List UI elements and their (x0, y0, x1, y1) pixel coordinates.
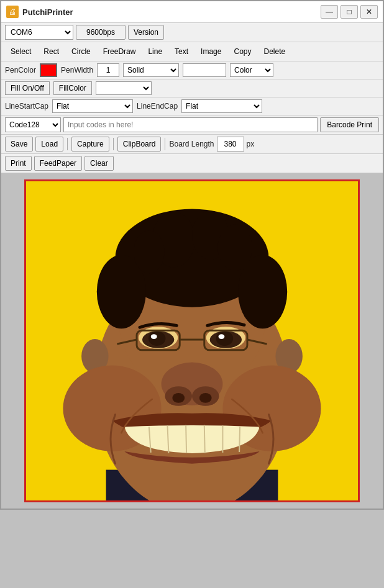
board-length-input[interactable] (217, 137, 244, 152)
barcode-type-select[interactable]: Code128 Code39 QRCode EAN13 (5, 117, 61, 132)
close-button[interactable]: ✕ (360, 5, 378, 19)
line-start-cap-select[interactable]: Flat Round Square Triangle (52, 99, 133, 113)
canvas-frame[interactable] (24, 179, 360, 502)
svg-line-40 (239, 427, 240, 452)
window-title: PutchiPrinter (22, 7, 321, 17)
line-start-cap-label: LineStartCap (5, 102, 48, 111)
main-window: 🖨 PutchiPrinter — □ ✕ COM6 COM1 COM2 960… (0, 0, 384, 510)
print-row: Print FeedPaper Clear (1, 154, 383, 173)
svg-point-17 (149, 331, 166, 346)
window-controls: — □ ✕ (321, 5, 378, 19)
save-button[interactable]: Save (5, 137, 33, 152)
barcode-row: Code128 Code39 QRCode EAN13 Barcode Prin… (1, 115, 383, 135)
fill-color-select[interactable] (96, 81, 152, 95)
line-end-cap-select[interactable]: Flat Round Square Triangle (181, 99, 262, 113)
barcode-print-button[interactable]: Barcode Print (320, 117, 379, 132)
color-preview-box (183, 63, 226, 77)
clear-button[interactable]: Clear (85, 156, 114, 171)
fill-row: Fill On/Off FillColor (1, 79, 383, 97)
color-mode-select[interactable]: Color GrayScale Mono (230, 63, 273, 77)
port-select[interactable]: COM6 COM1 COM2 (5, 25, 73, 40)
rect-menu-btn[interactable]: Rect (38, 43, 65, 60)
barcode-input[interactable] (63, 117, 318, 132)
fill-onoff-button[interactable]: Fill On/Off (5, 81, 50, 95)
line-end-cap-label: LineEndCap (137, 102, 178, 111)
title-bar: 🖨 PutchiPrinter — □ ✕ (1, 1, 383, 23)
line-style-select[interactable]: Solid Dash Dot DashDot (123, 63, 179, 77)
svg-point-32 (199, 393, 212, 403)
menu-row: Select Rect Circle FreeDraw Line Text Im… (1, 42, 383, 61)
svg-point-22 (219, 334, 225, 339)
maximize-button[interactable]: □ (341, 5, 358, 19)
canvas-area[interactable] (1, 173, 383, 509)
print-button[interactable]: Print (5, 156, 32, 171)
line-menu-btn[interactable]: Line (142, 43, 168, 60)
linecap-row: LineStartCap Flat Round Square Triangle … (1, 97, 383, 115)
board-length-label: Board Length (169, 140, 214, 148)
svg-line-38 (204, 425, 205, 453)
app-icon: 🖨 (6, 6, 19, 18)
delete-menu-btn[interactable]: Delete (258, 43, 291, 60)
canvas-content (26, 181, 358, 500)
fill-color-button[interactable]: FillColor (53, 81, 92, 95)
action-row: Save Load Capture ClipBoard Board Length… (1, 135, 383, 154)
load-button[interactable]: Load (35, 137, 63, 152)
svg-point-11 (134, 230, 164, 273)
separator-2 (113, 138, 114, 150)
select-menu-btn[interactable]: Select (5, 43, 37, 60)
clipboard-button[interactable]: ClipBoard (117, 137, 162, 152)
svg-point-21 (216, 331, 234, 346)
port-row: COM6 COM1 COM2 9600bps Version (1, 23, 383, 42)
svg-line-37 (186, 425, 186, 453)
pen-width-label: PenWidth (61, 66, 93, 75)
face-svg (26, 181, 358, 500)
text-menu-btn[interactable]: Text (169, 43, 194, 60)
pen-color-row: PenColor PenWidth Solid Dash Dot DashDot… (1, 61, 383, 79)
pen-color-swatch[interactable] (40, 63, 57, 77)
image-menu-btn[interactable]: Image (195, 43, 227, 60)
freedraw-menu-btn[interactable]: FreeDraw (98, 43, 142, 60)
separator-3 (165, 138, 165, 150)
pen-color-label: PenColor (5, 66, 36, 75)
copy-menu-btn[interactable]: Copy (228, 43, 257, 60)
svg-point-12 (218, 224, 252, 271)
version-button[interactable]: Version (128, 25, 164, 40)
svg-point-31 (172, 393, 185, 403)
circle-menu-btn[interactable]: Circle (66, 43, 96, 60)
feed-paper-button[interactable]: FeedPaper (34, 156, 82, 171)
separator-1 (67, 138, 68, 150)
pen-width-input[interactable] (97, 63, 119, 77)
board-length-unit: px (247, 140, 255, 148)
svg-point-18 (151, 334, 157, 339)
minimize-button[interactable]: — (321, 5, 338, 19)
baud-dropdown[interactable]: 9600bps (76, 25, 126, 40)
capture-button[interactable]: Capture (71, 137, 109, 152)
